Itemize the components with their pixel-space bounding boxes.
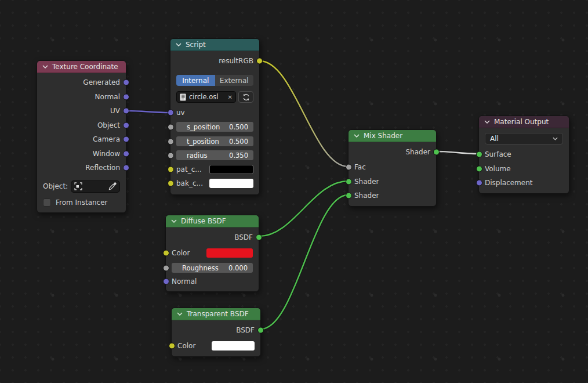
output-label: Shader <box>405 148 430 156</box>
object-picker-field[interactable] <box>71 180 120 193</box>
slider-value: 0.500 <box>229 138 248 146</box>
socket-input-color[interactable] <box>163 250 169 256</box>
socket-input-bak-c[interactable] <box>168 180 174 187</box>
input-label: Normal <box>172 277 197 286</box>
input-row: t_position 0.500 <box>170 136 259 146</box>
collapse-chevron-icon[interactable] <box>484 120 490 124</box>
node-material-output[interactable]: Material Output All Surface Volume Displ… <box>478 115 569 194</box>
node-header[interactable]: Texture Coordinate <box>37 61 126 73</box>
input-label: Volume <box>485 165 511 173</box>
socket-input-fac[interactable] <box>346 164 352 171</box>
socket-input-volume[interactable] <box>476 165 482 172</box>
output-row: BSDF <box>166 230 259 244</box>
collapse-chevron-icon[interactable] <box>177 312 183 316</box>
input-row: Fac <box>349 160 436 175</box>
roughness-slider[interactable]: Roughness 0.000 <box>172 263 253 273</box>
output-label: BSDF <box>236 326 255 334</box>
input-label: Shader <box>354 178 379 186</box>
script-mode-toggle: Internal External <box>176 75 253 86</box>
output-label: UV <box>110 107 120 115</box>
socket-input-radius[interactable] <box>168 152 174 158</box>
eyedropper-icon[interactable] <box>108 182 117 190</box>
socket-output-reflection[interactable] <box>123 165 129 171</box>
slider-name: Roughness <box>182 264 219 272</box>
input-label: Shader <box>354 192 379 200</box>
socket-input-s-position[interactable] <box>168 124 174 130</box>
socket-input-t-position[interactable] <box>168 138 174 144</box>
socket-output-window[interactable] <box>123 150 129 157</box>
socket-output-normal[interactable] <box>123 93 129 100</box>
unlink-icon[interactable]: ✕ <box>228 94 233 100</box>
collapse-chevron-icon[interactable] <box>42 65 48 68</box>
node-editor-canvas[interactable]: { "colors": { "canvas_bg": "#1c1c1c", "g… <box>0 0 588 383</box>
socket-output-shader[interactable] <box>433 149 440 156</box>
socket-input-surface[interactable] <box>476 151 482 158</box>
node-transparent-bsdf[interactable]: Transparent BSDF BSDF Color <box>171 308 261 357</box>
transparent-color-swatch[interactable] <box>212 341 255 351</box>
collapse-chevron-icon[interactable] <box>354 134 360 138</box>
socket-output-generated[interactable] <box>123 80 129 86</box>
input-label: Displacement <box>485 179 533 187</box>
input-row: Color <box>172 339 260 353</box>
node-header[interactable]: Script <box>170 39 259 51</box>
object-data-icon <box>74 182 82 190</box>
node-mix-shader[interactable]: Mix Shader Shader Fac Shader Shader <box>348 129 437 207</box>
socket-output-camera[interactable] <box>123 136 129 143</box>
socket-output-object[interactable] <box>123 122 129 128</box>
script-file-name: circle.osl <box>189 93 225 101</box>
socket-input-shader-2[interactable] <box>346 193 352 199</box>
socket-input-normal[interactable] <box>163 279 169 285</box>
input-label: Fac <box>354 163 366 171</box>
input-row: uv <box>170 106 259 120</box>
socket-input-displacement[interactable] <box>476 180 482 186</box>
node-diffuse-bsdf[interactable]: Diffuse BSDF BSDF Color Roughness 0.000 … <box>165 215 259 292</box>
chevron-down-icon <box>553 137 558 140</box>
output-row: UV <box>37 104 126 118</box>
socket-input-color[interactable] <box>169 343 175 349</box>
pat-color-swatch[interactable] <box>209 165 253 174</box>
from-instancer-checkbox[interactable] <box>43 198 51 207</box>
node-header[interactable]: Transparent BSDF <box>172 308 260 320</box>
s-position-slider[interactable]: s_position 0.500 <box>176 122 253 132</box>
input-label: pat_c... <box>176 165 202 174</box>
node-header[interactable]: Material Output <box>479 116 569 128</box>
dropdown-value: All <box>490 135 499 143</box>
output-row: Window <box>37 147 126 161</box>
input-row: Surface <box>479 147 569 162</box>
socket-input-uv[interactable] <box>168 110 174 116</box>
socket-input-roughness[interactable] <box>163 265 169 271</box>
internal-mode-button[interactable]: Internal <box>176 75 215 86</box>
collapse-chevron-icon[interactable] <box>176 43 182 46</box>
bak-color-swatch[interactable] <box>209 179 253 188</box>
socket-input-pat-c[interactable] <box>168 167 174 173</box>
input-label: bak_c... <box>176 179 203 187</box>
radius-slider[interactable]: radius 0.350 <box>176 150 253 160</box>
socket-output-resultrgb[interactable] <box>256 58 263 64</box>
script-file-field[interactable]: circle.osl ✕ <box>176 91 236 103</box>
socket-input-shader-1[interactable] <box>346 178 352 185</box>
output-row: Camera <box>37 132 126 147</box>
socket-output-uv[interactable] <box>123 108 129 114</box>
node-texture-coordinate[interactable]: Texture Coordinate Generated Normal UV O… <box>37 60 126 213</box>
input-label: uv <box>176 109 185 117</box>
socket-output-bsdf[interactable] <box>256 234 262 240</box>
node-header[interactable]: Diffuse BSDF <box>166 215 259 227</box>
slider-value: 0.000 <box>228 264 248 272</box>
render-target-dropdown[interactable]: All <box>485 133 563 144</box>
wire-diffuse-to-mix <box>259 181 348 236</box>
input-row: pat_c... <box>170 162 259 176</box>
script-reload-button[interactable] <box>238 91 253 103</box>
external-mode-button[interactable]: External <box>215 75 254 86</box>
slider-name: radius <box>187 151 208 160</box>
diffuse-color-swatch[interactable] <box>206 248 253 258</box>
slider-name: s_position <box>187 123 220 131</box>
node-header[interactable]: Mix Shader <box>349 130 436 142</box>
node-script[interactable]: Script resultRGB Internal External circl… <box>170 38 260 195</box>
output-row: Normal <box>37 90 126 104</box>
output-label: resultRGB <box>219 57 253 65</box>
collapse-chevron-icon[interactable] <box>171 219 177 223</box>
t-position-slider[interactable]: t_position 0.500 <box>176 136 253 146</box>
object-picker-row: Object: <box>37 180 126 193</box>
socket-output-bsdf[interactable] <box>257 327 264 333</box>
output-label: Generated <box>83 78 120 86</box>
